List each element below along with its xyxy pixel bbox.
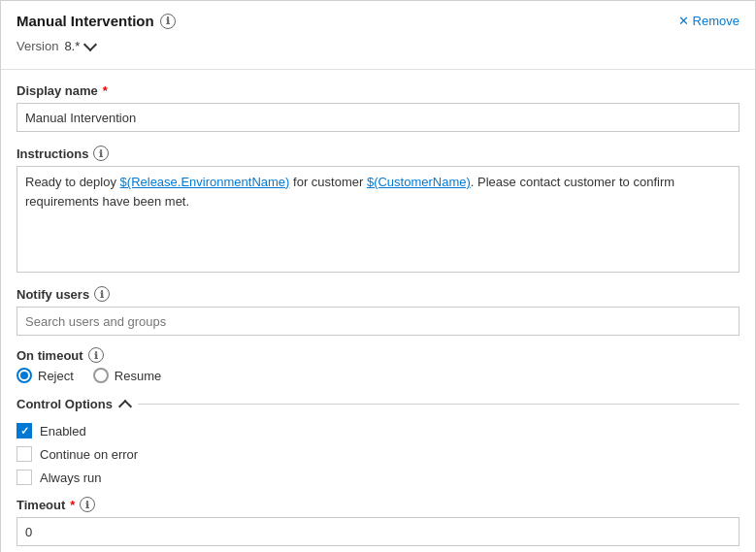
- on-timeout-info-icon[interactable]: ℹ: [88, 347, 104, 363]
- on-timeout-radio-group: Reject Resume: [16, 368, 740, 383]
- version-dropdown-icon[interactable]: [83, 37, 97, 50]
- instructions-link1[interactable]: $(Release.EnvironmentName): [120, 175, 290, 189]
- timeout-input[interactable]: [16, 517, 740, 546]
- continue-on-error-checkbox[interactable]: [16, 446, 32, 462]
- resume-radio-circle[interactable]: [93, 368, 109, 383]
- instructions-section: Instructions ℹ Ready to deploy $(Release…: [16, 146, 740, 273]
- enabled-checkbox-row: Enabled: [16, 423, 740, 438]
- panel-title: Manual Intervention ℹ: [16, 13, 176, 29]
- notify-users-section: Notify users ℹ: [16, 286, 740, 336]
- resume-radio-label: Resume: [115, 369, 161, 383]
- timeout-info-icon[interactable]: ℹ: [80, 497, 95, 512]
- enabled-label: Enabled: [40, 424, 86, 438]
- remove-button[interactable]: ✕ Remove: [678, 14, 740, 28]
- instructions-text-part2: for customer: [289, 175, 366, 189]
- title-text: Manual Intervention: [16, 13, 154, 29]
- always-run-checkbox-row: Always run: [16, 470, 740, 485]
- control-options-collapse-icon[interactable]: [118, 399, 132, 412]
- resume-radio-option[interactable]: Resume: [93, 368, 161, 383]
- continue-on-error-label: Continue on error: [40, 447, 138, 462]
- instructions-label: Instructions ℹ: [16, 146, 740, 161]
- version-value: 8.*: [64, 39, 80, 53]
- remove-x-icon: ✕: [678, 14, 689, 28]
- version-row: Version 8.*: [16, 39, 740, 53]
- instructions-textarea[interactable]: Ready to deploy $(Release.EnvironmentNam…: [16, 166, 740, 273]
- display-name-section: Display name *: [16, 83, 740, 132]
- display-name-input[interactable]: [16, 103, 740, 132]
- control-options-divider: [138, 404, 740, 405]
- title-info-icon[interactable]: ℹ: [160, 14, 176, 29]
- on-timeout-section: On timeout ℹ Reject Resume: [16, 347, 740, 383]
- reject-radio-circle[interactable]: [16, 368, 32, 383]
- display-name-required: *: [103, 83, 108, 98]
- search-users-input[interactable]: [16, 307, 740, 336]
- control-options-section: Control Options Enabled Continue on erro…: [16, 397, 740, 485]
- instructions-link2[interactable]: $(CustomerName): [367, 175, 471, 189]
- version-label: Version: [16, 39, 58, 53]
- always-run-checkbox[interactable]: [16, 470, 32, 485]
- remove-label: Remove: [693, 14, 740, 28]
- instructions-text-part1: Ready to deploy: [25, 175, 120, 189]
- control-options-title: Control Options: [16, 397, 113, 411]
- manual-intervention-panel: Manual Intervention ℹ ✕ Remove Version 8…: [0, 0, 756, 552]
- reject-radio-option[interactable]: Reject: [16, 368, 74, 383]
- reject-radio-label: Reject: [38, 369, 74, 383]
- panel-header: Manual Intervention ℹ ✕ Remove: [16, 13, 740, 29]
- on-timeout-label: On timeout ℹ: [16, 347, 740, 363]
- timeout-required: *: [70, 498, 75, 512]
- notify-users-info-icon[interactable]: ℹ: [94, 286, 110, 302]
- timeout-label: Timeout * ℹ: [16, 497, 740, 512]
- header-divider: [1, 69, 755, 70]
- notify-users-label: Notify users ℹ: [16, 286, 740, 302]
- timeout-section: Timeout * ℹ: [16, 497, 740, 546]
- control-options-header: Control Options: [16, 397, 740, 411]
- instructions-info-icon[interactable]: ℹ: [93, 146, 109, 161]
- continue-on-error-checkbox-row: Continue on error: [16, 446, 740, 462]
- always-run-label: Always run: [40, 471, 102, 485]
- enabled-checkbox[interactable]: [16, 423, 32, 438]
- display-name-label: Display name *: [16, 83, 740, 98]
